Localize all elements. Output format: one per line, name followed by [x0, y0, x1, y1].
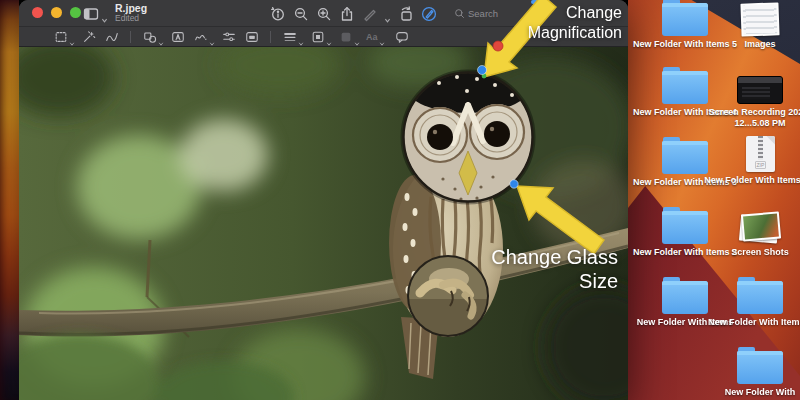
zip-badge: ZIP [755, 161, 767, 169]
desktop-wallpaper [628, 0, 800, 400]
folder-icon [737, 281, 783, 314]
chevron-down-icon[interactable] [379, 33, 385, 40]
titlebar-actions [269, 0, 558, 27]
markup-toolbar-button[interactable] [420, 5, 437, 22]
chevron-down-icon [101, 10, 108, 17]
preview-window: R.jpeg Edited [19, 0, 628, 400]
owl-photo-canvas [19, 47, 628, 400]
desktop-item-label: Screen Recording 2022-12...5.08 PM [704, 107, 800, 129]
chevron-down-icon[interactable] [69, 33, 75, 40]
callout-line: Size [491, 270, 618, 294]
sidebar-icon [82, 5, 99, 22]
desktop-item-screen-recording[interactable]: Screen Recording 2022-12...5.08 PM [704, 68, 800, 129]
zoom-in-button[interactable] [315, 5, 332, 22]
sketch-tool-button[interactable] [104, 29, 119, 44]
border-color-button[interactable] [310, 29, 325, 44]
search-icon [453, 8, 465, 20]
crop-frame-button[interactable] [244, 29, 259, 44]
chevron-down-icon[interactable] [384, 10, 391, 17]
image-file-icon [740, 2, 779, 36]
minimize-button[interactable] [51, 7, 62, 18]
fill-color-button[interactable] [338, 29, 353, 44]
zoom-out-button[interactable] [292, 5, 309, 22]
desktop-item-label: Images [704, 39, 800, 50]
adjust-sliders-button[interactable] [221, 29, 236, 44]
folder-icon [662, 71, 708, 104]
instant-alpha-wand-icon[interactable] [81, 29, 96, 44]
folder-icon [737, 351, 783, 384]
desktop-item-zip[interactable]: ZIP New Folder With Items.zip [704, 136, 800, 186]
folder-icon [662, 141, 708, 174]
desktop-item-folder-6[interactable]: New Folder With [704, 348, 800, 398]
desktop-item-screenshots[interactable]: Screen Shots [704, 208, 800, 258]
toolbar-separator [130, 31, 131, 43]
info-button[interactable] [269, 5, 286, 22]
callout-line: Change Glass [491, 246, 618, 270]
desktop-item-images[interactable]: Images [704, 0, 800, 50]
highlight-pencil-button[interactable] [361, 5, 378, 22]
close-button[interactable] [32, 7, 43, 18]
selection-tool-button[interactable] [53, 29, 68, 44]
chevron-down-icon[interactable] [158, 33, 164, 40]
line-style-button[interactable] [282, 29, 297, 44]
annotate-bubble-button[interactable] [395, 29, 410, 44]
wallpaper-left-strip [0, 0, 19, 400]
share-button[interactable] [338, 5, 355, 22]
chevron-down-icon[interactable] [326, 33, 332, 40]
desktop-item-label: New Folder With [704, 387, 800, 398]
folder-icon [662, 3, 708, 36]
glass-size-callout: Change Glass Size [491, 246, 618, 293]
shapes-tool-button[interactable] [142, 29, 157, 44]
folder-icon [662, 281, 708, 314]
magnification-callout: Change Magnification [528, 3, 622, 44]
traffic-lights [32, 7, 81, 18]
desktop-item-label: Screen Shots [704, 247, 800, 258]
folder-icon [662, 211, 708, 244]
toolbar-separator [270, 31, 271, 43]
sidebar-toggle-button[interactable] [82, 5, 108, 22]
zip-archive-icon: ZIP [746, 136, 775, 172]
document-status: Edited [115, 14, 147, 23]
zoom-window-button[interactable] [70, 7, 81, 18]
chevron-down-icon[interactable] [298, 33, 304, 40]
screen: R.jpeg Edited [0, 0, 800, 400]
sign-tool-button[interactable] [193, 29, 208, 44]
text-tool-button[interactable] [170, 29, 185, 44]
desktop-item-label: New Folder With Items.zip [704, 175, 800, 186]
rotate-button[interactable] [397, 5, 414, 22]
screen-recording-icon [737, 76, 783, 104]
callout-line: Change [528, 3, 622, 23]
text-style-button[interactable]: Aa [366, 29, 378, 44]
desktop-item-label: New Folder With Items 7 [704, 317, 800, 328]
chevron-down-icon[interactable] [354, 33, 360, 40]
callout-line: Magnification [528, 23, 622, 43]
window-title: R.jpeg Edited [115, 3, 147, 23]
wallpaper-maroon-band [628, 0, 800, 400]
desktop-item-folder-7[interactable]: New Folder With Items 7 [704, 278, 800, 328]
photo-stack-icon [738, 212, 782, 244]
chevron-down-icon[interactable] [209, 33, 215, 40]
